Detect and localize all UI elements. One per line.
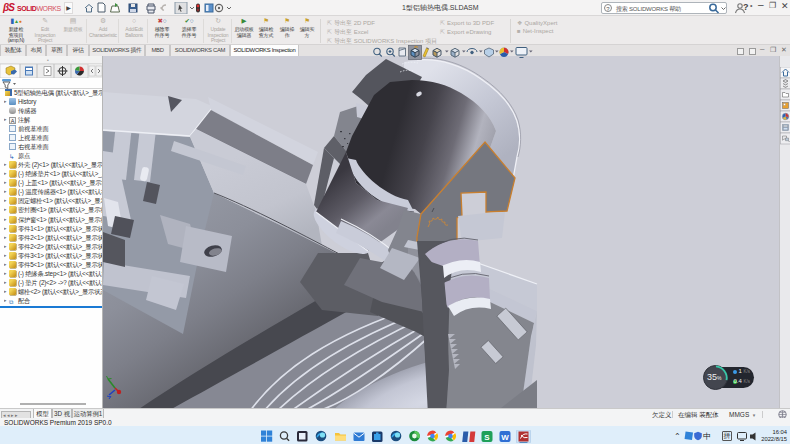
svg-text:W: W bbox=[501, 433, 509, 442]
svg-text:S: S bbox=[484, 433, 490, 442]
